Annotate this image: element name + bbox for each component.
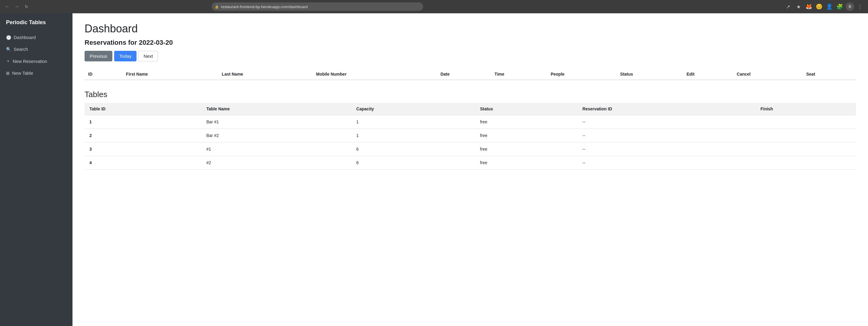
search-icon: 🔍 [6, 47, 11, 52]
sidebar-nav: 🕐 Dashboard 🔍 Search ＋ New Reservation ⊞… [0, 32, 72, 79]
col-seat: Seat [803, 69, 856, 80]
reservations-table-header: ID First Name Last Name Mobile Number Da… [85, 69, 856, 80]
plus-icon: ＋ [6, 58, 10, 64]
table-row: 1Bar #11free-- [85, 115, 856, 129]
tables-table-body: 1Bar #11free--2Bar #21free--3#16free--4#… [85, 115, 856, 170]
col-finish: Finish [756, 103, 856, 115]
sidebar-item-search[interactable]: 🔍 Search [0, 44, 72, 55]
col-table-status: Status [475, 103, 578, 115]
col-people: People [547, 69, 616, 80]
sidebar-item-new-reservation[interactable]: ＋ New Reservation [0, 55, 72, 67]
extension-icon-2[interactable]: 😊 [815, 2, 823, 11]
sidebar-item-new-table[interactable]: ⊞ New Table [0, 67, 72, 79]
col-reservation-id: Reservation ID [578, 103, 756, 115]
sidebar-item-search-label: Search [13, 47, 28, 52]
sidebar-item-new-table-label: New Table [12, 71, 33, 76]
tables-heading: Tables [85, 90, 856, 99]
reload-button[interactable]: ↻ [23, 3, 30, 10]
col-capacity: Capacity [351, 103, 475, 115]
table-cell-0-1: Bar #1 [202, 115, 351, 129]
col-id: ID [85, 69, 122, 80]
main-content: Dashboard Reservations for 2022-03-20 Pr… [72, 13, 868, 326]
lock-icon: 🔒 [215, 5, 219, 9]
date-navigation: Previous Today Next [85, 51, 856, 61]
browser-chrome: ← → ↻ 🔒 restaurant-frontend-bp.herokuapp… [0, 0, 868, 13]
table-cell-2-0: 3 [85, 142, 202, 156]
back-button[interactable]: ← [4, 3, 11, 10]
col-cancel: Cancel [733, 69, 803, 80]
table-cell-3-5 [756, 156, 856, 170]
table-cell-2-3: free [475, 142, 578, 156]
col-last-name: Last Name [218, 69, 312, 80]
table-cell-3-0: 4 [85, 156, 202, 170]
next-button[interactable]: Next [138, 51, 158, 61]
previous-button[interactable]: Previous [85, 51, 112, 61]
table-row: 3#16free-- [85, 142, 856, 156]
profile-avatar[interactable]: B [846, 2, 854, 11]
share-icon[interactable]: ↗ [784, 2, 793, 11]
table-cell-0-4: -- [578, 115, 756, 129]
table-cell-1-4: -- [578, 129, 756, 142]
page-title: Dashboard [85, 22, 856, 35]
table-cell-2-2: 6 [351, 142, 475, 156]
sidebar-item-dashboard-label: Dashboard [13, 35, 36, 40]
extension-icon-1[interactable]: 🦊 [805, 2, 813, 11]
table-row: 4#26free-- [85, 156, 856, 170]
sidebar: Periodic Tables 🕐 Dashboard 🔍 Search ＋ N… [0, 13, 72, 326]
col-table-name: Table Name [202, 103, 351, 115]
address-bar[interactable]: 🔒 restaurant-frontend-bp.herokuapp.com/d… [212, 2, 423, 11]
table-cell-0-0: 1 [85, 115, 202, 129]
tables-table: Table ID Table Name Capacity Status Rese… [85, 103, 856, 170]
bookmark-icon[interactable]: ★ [794, 2, 803, 11]
table-cell-0-5 [756, 115, 856, 129]
col-date: Date [437, 69, 491, 80]
reservations-heading: Reservations for 2022-03-20 [85, 39, 856, 47]
url-text: restaurant-frontend-bp.herokuapp.com/das… [221, 4, 308, 9]
col-first-name: First Name [122, 69, 218, 80]
tables-table-header: Table ID Table Name Capacity Status Rese… [85, 103, 856, 115]
table-cell-1-1: Bar #2 [202, 129, 351, 142]
app-container: Periodic Tables 🕐 Dashboard 🔍 Search ＋ N… [0, 13, 868, 326]
table-cell-3-2: 6 [351, 156, 475, 170]
col-time: Time [491, 69, 547, 80]
table-cell-0-3: free [475, 115, 578, 129]
table-cell-1-5 [756, 129, 856, 142]
col-status: Status [616, 69, 683, 80]
table-cell-2-4: -- [578, 142, 756, 156]
sidebar-item-dashboard[interactable]: 🕐 Dashboard [0, 32, 72, 43]
col-mobile: Mobile Number [312, 69, 437, 80]
sidebar-title: Periodic Tables [0, 19, 72, 32]
table-row: 2Bar #21free-- [85, 129, 856, 142]
table-cell-1-2: 1 [351, 129, 475, 142]
browser-actions: ↗ ★ 🦊 😊 👤 🧩 B ⋮ [784, 2, 864, 11]
dashboard-icon: 🕐 [6, 35, 11, 40]
table-cell-2-1: #1 [202, 142, 351, 156]
menu-icon[interactable]: ⋮ [856, 2, 864, 11]
col-edit: Edit [683, 69, 733, 80]
table-cell-1-0: 2 [85, 129, 202, 142]
extension-icon-3[interactable]: 👤 [825, 2, 834, 11]
table-cell-3-3: free [475, 156, 578, 170]
reservations-table: ID First Name Last Name Mobile Number Da… [85, 69, 856, 80]
table-cell-3-1: #2 [202, 156, 351, 170]
extension-icon-4[interactable]: 🧩 [835, 2, 844, 11]
table-cell-3-4: -- [578, 156, 756, 170]
table-icon: ⊞ [6, 71, 10, 76]
today-button[interactable]: Today [114, 51, 136, 61]
table-cell-2-5 [756, 142, 856, 156]
table-cell-0-2: 1 [351, 115, 475, 129]
table-cell-1-3: free [475, 129, 578, 142]
forward-button[interactable]: → [13, 3, 21, 10]
col-table-id: Table ID [85, 103, 202, 115]
sidebar-item-new-reservation-label: New Reservation [13, 59, 47, 64]
